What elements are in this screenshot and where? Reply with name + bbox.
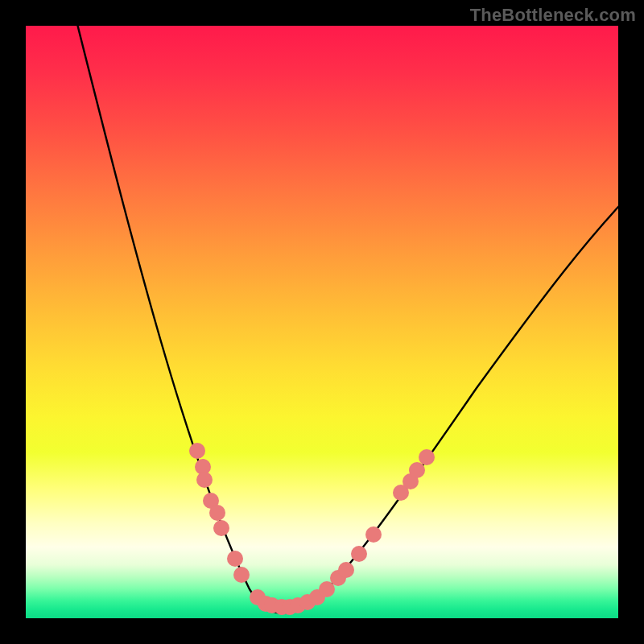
bottleneck-curve [76,26,618,613]
data-dot [189,443,205,459]
curve-svg [26,26,618,618]
data-dot [338,562,354,578]
data-dot [196,472,213,488]
watermark-text: TheBottleneck.com [470,5,636,26]
data-dot [213,520,229,536]
data-dot [227,551,243,567]
data-dot [209,505,225,521]
data-dot [351,546,367,562]
data-dot [365,526,382,543]
data-dot [419,449,435,465]
data-dot [233,567,250,583]
chart-frame: TheBottleneck.com [0,0,644,644]
plot-area [26,26,618,618]
